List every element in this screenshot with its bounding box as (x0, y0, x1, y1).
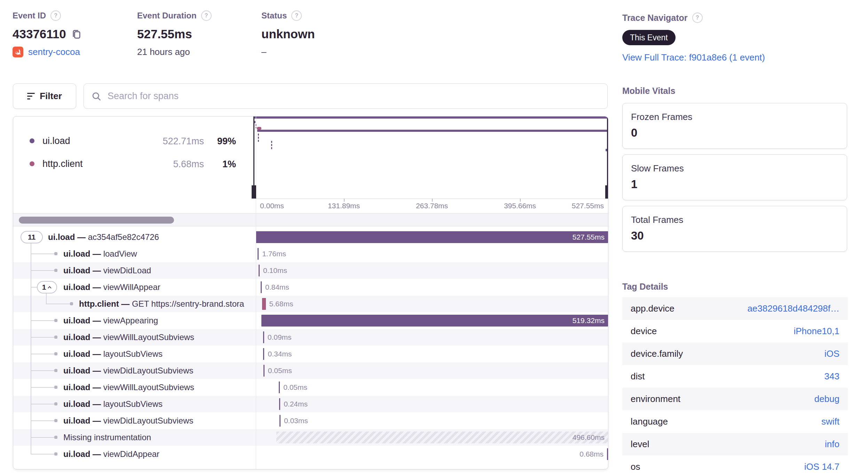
tree-connector-dot (54, 252, 57, 255)
span-tree-row[interactable]: Missing instrumentation496.60ms (13, 429, 608, 446)
tag-value-link[interactable]: iOS (824, 348, 839, 359)
tag-key: level (631, 439, 649, 450)
tag-key: language (631, 416, 668, 427)
tag-value-link[interactable]: debug (814, 394, 839, 404)
minimap-right-handle-grip[interactable] (605, 185, 608, 199)
tree-connector-dot (54, 336, 57, 339)
span-tree-row[interactable]: ui.load — viewDidLayoutSubviews0.05ms (13, 362, 608, 379)
event-duration-value: 527.55ms (137, 27, 192, 41)
axis-tick-mark (344, 199, 345, 202)
tree-connector-stub (31, 320, 55, 321)
span-tree-row[interactable]: ui.load — layoutSubViews0.34ms (13, 346, 608, 362)
tree-connector-dot (54, 419, 57, 422)
tag-row: dist343 (622, 365, 848, 388)
span-count-pill[interactable]: 11 (21, 231, 43, 243)
trace-navigator-title: Trace Navigator (622, 13, 688, 23)
copy-icon[interactable] (72, 29, 81, 39)
span-duration-label: 1.76ms (262, 248, 286, 260)
tag-value-link[interactable]: ae3829618d484298f… (747, 303, 839, 314)
span-count-pill[interactable]: 1 (37, 281, 57, 293)
span-duration-label: 0.84ms (265, 281, 289, 293)
span-bar[interactable] (279, 415, 281, 427)
span-tree-row[interactable]: ui.load — layoutSubViews0.24ms (13, 396, 608, 412)
legend-color-dot (30, 138, 34, 143)
project-link[interactable]: sentry-cocoa (28, 47, 80, 57)
span-label: ui.load — viewDidLoad (63, 262, 254, 279)
span-bar[interactable] (279, 381, 280, 393)
legend-op-name: ui.load (42, 136, 70, 146)
span-bar[interactable] (263, 365, 265, 377)
tree-connector-dot (54, 402, 57, 405)
span-duration-label: 0.05ms (283, 381, 307, 393)
span-bar[interactable] (263, 331, 264, 343)
span-label: ui.load — viewWillLayoutSubviews (63, 379, 254, 396)
span-tree-row[interactable]: ui.load — viewWillLayoutSubviews0.05ms (13, 379, 608, 396)
tag-key: app.device (631, 303, 674, 314)
tree-scrollbar-thumb[interactable] (19, 217, 174, 224)
tag-value-link[interactable]: info (825, 439, 839, 450)
help-icon[interactable]: ? (692, 13, 703, 23)
tag-row: osiOS 14.7 (622, 456, 848, 475)
tree-connector-stub (31, 454, 55, 454)
minimap-span (254, 116, 608, 119)
tree-connector-stub (31, 270, 55, 271)
vital-value: 30 (631, 229, 644, 242)
span-bar[interactable] (263, 348, 264, 360)
status-sub: – (261, 47, 315, 57)
help-icon[interactable]: ? (50, 10, 61, 21)
axis-tick-label: 527.55ms (572, 202, 604, 210)
tree-connector-dot (54, 352, 57, 355)
tag-row: environmentdebug (622, 388, 848, 410)
span-bar[interactable] (258, 248, 259, 260)
span-bar[interactable] (262, 298, 266, 310)
span-tree-row[interactable]: 11ui.load — ac354af5e82c4726527.55ms (13, 229, 608, 245)
span-bar[interactable]: 519.32ms (261, 315, 608, 327)
tag-value-link[interactable]: iOS 14.7 (804, 461, 839, 472)
span-tree-row[interactable]: 1ui.load — viewWillAppear0.84ms (13, 279, 608, 296)
search-input[interactable] (107, 90, 600, 102)
vital-card: Total Frames30 (622, 206, 847, 252)
tree-panel-divider[interactable] (256, 116, 256, 469)
legend-color-dot (30, 161, 34, 166)
vital-card: Slow Frames1 (622, 154, 847, 200)
minimap-left-handle-grip[interactable] (252, 185, 256, 199)
span-tree-row[interactable]: ui.load — viewDidLoad0.10ms (13, 262, 608, 279)
span-bar[interactable]: 496.60ms (276, 432, 608, 443)
span-tree-row[interactable]: ui.load — loadView1.76ms (13, 245, 608, 262)
span-tree-row[interactable]: ui.load — viewDidAppear0.68ms (13, 446, 608, 462)
minimap-span (258, 137, 259, 139)
tag-value-link[interactable]: 343 (824, 371, 839, 382)
legend-percent: 1% (204, 159, 236, 170)
tree-connector-stub (31, 287, 37, 288)
tag-key: environment (631, 394, 680, 404)
minimap-span (271, 141, 272, 143)
span-duration-label: 5.68ms (269, 298, 293, 310)
event-time-ago: 21 hours ago (137, 47, 212, 57)
span-tree-row[interactable]: ui.load — viewDidLayoutSubviews0.03ms (13, 412, 608, 429)
tree-connector-dot (54, 369, 57, 372)
filter-button[interactable]: Filter (13, 83, 76, 109)
span-bar[interactable]: 527.55ms (256, 231, 608, 243)
span-tree-row[interactable]: http.client — GET https://sentry-brand.s… (13, 296, 608, 312)
help-icon[interactable]: ? (201, 10, 212, 21)
span-bar[interactable] (279, 398, 280, 410)
span-bar[interactable] (259, 265, 260, 276)
tag-value-link[interactable]: swift (821, 416, 839, 427)
tree-connector-dot (54, 269, 57, 272)
span-bar[interactable] (607, 448, 608, 460)
minimap-span (258, 140, 259, 142)
legend-percent: 99% (204, 136, 236, 147)
status-label: Status (261, 11, 287, 21)
span-bar[interactable] (261, 281, 262, 293)
vital-label: Slow Frames (631, 163, 684, 174)
tree-scrollbar-track[interactable] (13, 213, 608, 226)
span-tree-row[interactable]: ui.load — viewWillLayoutSubviews0.09ms (13, 329, 608, 346)
span-duration-label: 496.60ms (573, 432, 605, 443)
minimap-span (257, 127, 261, 130)
view-full-trace-link[interactable]: View Full Trace: f901a8e6 (1 event) (622, 52, 765, 63)
help-icon[interactable]: ? (291, 10, 302, 21)
tag-value-link[interactable]: iPhone10,1 (794, 326, 839, 337)
axis-tick-mark (432, 199, 433, 202)
span-tree-row[interactable]: ui.load — viewAppearing519.32ms (13, 312, 608, 329)
tree-connector-dot (54, 386, 57, 389)
